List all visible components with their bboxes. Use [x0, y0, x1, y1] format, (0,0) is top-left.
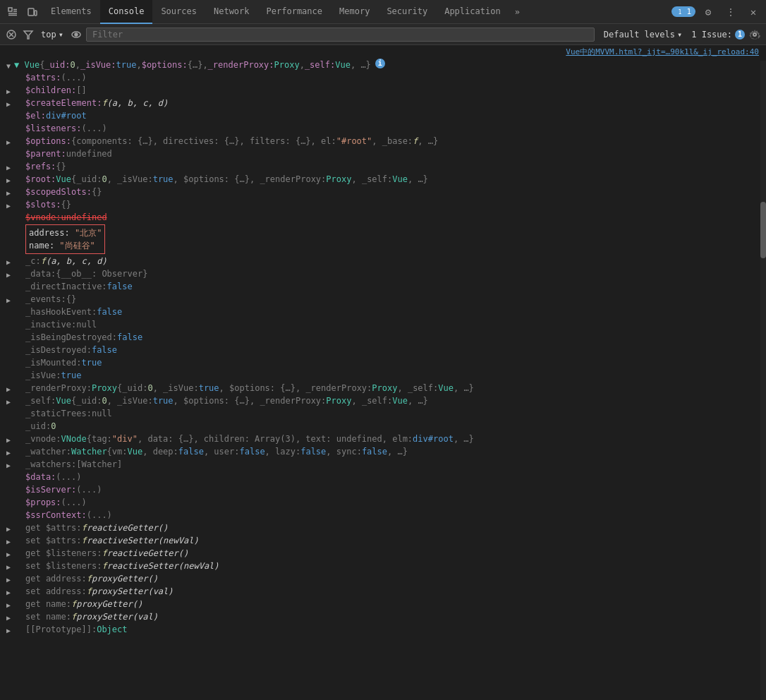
context-selector[interactable]: top ▾: [38, 28, 66, 41]
dropdown-arrow-icon: ▾: [59, 30, 63, 40]
svg-rect-0: [8, 8, 12, 11]
prop-get-attrs[interactable]: get $attrs: f reactiveGetter(): [0, 521, 766, 534]
issue-count-badge: 1: [735, 30, 745, 40]
filter-input[interactable]: [86, 28, 595, 42]
prop-get-listeners[interactable]: get $listeners: f reactiveGetter(): [0, 547, 766, 560]
console-output: ▼ Vue { _uid: 0 , _isVue: true , $option…: [0, 59, 766, 698]
prop-options[interactable]: $options: {components: {…}, directives: …: [0, 135, 766, 147]
eye-icon[interactable]: [69, 28, 83, 42]
highlight-box: address: "北京" name: "尚硅谷": [25, 224, 105, 254]
notification-badge[interactable]: 1 1: [671, 6, 695, 17]
file-link[interactable]: Vue中的MVVM.html?_ijt=…90k1l&_ij_reload:40: [566, 47, 759, 57]
tab-console[interactable]: Console: [100, 0, 153, 24]
prop-hashookevent: _hasHookEvent: false: [0, 306, 766, 318]
close-icon[interactable]: ✕: [743, 2, 763, 22]
inspect-icon[interactable]: [3, 2, 23, 22]
prop-slots[interactable]: $slots: {}: [0, 198, 766, 211]
prop-watchers[interactable]: _watchers: [Watcher]: [0, 458, 766, 471]
svg-text:1: 1: [679, 9, 682, 16]
scrollbar-track: [760, 61, 766, 700]
filter-icon[interactable]: [21, 28, 35, 42]
prop-ismounted: _isMounted: true: [0, 356, 766, 369]
prop-statictrees: _staticTrees: null: [0, 407, 766, 420]
tab-memory[interactable]: Memory: [331, 0, 378, 24]
svg-rect-5: [28, 8, 34, 16]
prop-scopedslots[interactable]: $scopedSlots: {}: [0, 186, 766, 198]
prop-vnode: $vnode: undefined: [0, 211, 766, 224]
prop-props-getter: $props: (...): [0, 496, 766, 509]
prop-get-name[interactable]: get name: f proxyGetter(): [0, 598, 766, 610]
prop-set-listeners[interactable]: set $listeners: f reactiveSetter(newVal): [0, 560, 766, 572]
prop-root[interactable]: $root: Vue {_uid: 0 , _isVue: true , $op…: [0, 173, 766, 186]
prop-renderproxy[interactable]: _renderProxy: Proxy {_uid: 0 , _isVue: t…: [0, 382, 766, 394]
prop-directinactive: _directInactive: false: [0, 280, 766, 293]
svg-marker-12: [24, 31, 32, 39]
prop-isserver: $isServer: (...): [0, 483, 766, 496]
clear-console-icon[interactable]: [4, 28, 18, 42]
prop-set-name[interactable]: set name: f proxySetter(val): [0, 610, 766, 623]
file-link-bar: Vue中的MVVM.html?_ijt=…90k1l&_ij_reload:40: [0, 45, 766, 59]
levels-dropdown[interactable]: Default levels ▾: [597, 28, 688, 42]
prop-prototype[interactable]: [[Prototype]]: Object: [0, 623, 766, 636]
prop-inactive: _inactive: null: [0, 318, 766, 331]
tab-sources[interactable]: Sources: [152, 0, 205, 24]
prop-ssrcontext: $ssrContext: (...): [0, 509, 766, 521]
prop-listeners: $listeners: (...): [0, 122, 766, 135]
info-icon[interactable]: i: [375, 59, 385, 68]
prop-watcher[interactable]: _watcher: Watcher {vm: Vue , deep: false…: [0, 445, 766, 458]
prop-data-getter: $data: (...): [0, 471, 766, 483]
settings-icon[interactable]: ⚙: [698, 2, 718, 22]
console-settings-icon[interactable]: [748, 28, 762, 42]
devtools-right-icons: 1 1 ⚙ ⋮ ✕: [671, 2, 763, 22]
prop-children[interactable]: $children: []: [0, 84, 766, 97]
prop-uid: _uid: 0: [0, 420, 766, 433]
prop-attrs: $attrs: (...): [0, 71, 766, 84]
svg-point-14: [75, 33, 78, 36]
tab-application[interactable]: Application: [436, 0, 509, 24]
prop-parent: $parent: undefined: [0, 147, 766, 160]
prop-get-address[interactable]: get address: f proxyGetter(): [0, 572, 766, 585]
tab-performance[interactable]: Performance: [258, 0, 331, 24]
tabs-more-button[interactable]: »: [509, 7, 525, 17]
highlighted-address-name: address: "北京" name: "尚硅谷": [0, 224, 766, 255]
scrollbar-thumb[interactable]: [760, 202, 766, 258]
issues-button[interactable]: 1 Issue: 1: [691, 30, 745, 40]
prop-isbeingdestroyed: _isBeingDestroyed: false: [0, 331, 766, 344]
more-options-icon[interactable]: ⋮: [721, 2, 741, 22]
vue-object-line[interactable]: ▼ Vue { _uid: 0 , _isVue: true , $option…: [0, 59, 766, 71]
prop-set-attrs[interactable]: set $attrs: f reactiveSetter(newVal): [0, 534, 766, 547]
console-toolbar: top ▾ Default levels ▾ 1 Issue: 1: [0, 24, 766, 45]
tab-network[interactable]: Network: [205, 0, 258, 24]
prop-self[interactable]: _self: Vue {_uid: 0 , _isVue: true , $op…: [0, 394, 766, 407]
tab-security[interactable]: Security: [378, 0, 436, 24]
prop-el: $el: div#root: [0, 109, 766, 122]
prop-isdestroyed: _isDestroyed: false: [0, 344, 766, 356]
devtools-tab-bar: Elements Console Sources Network Perform…: [0, 0, 766, 24]
svg-rect-6: [35, 11, 37, 16]
prop-events[interactable]: _events: {}: [0, 293, 766, 306]
prop-set-address[interactable]: set address: f proxySetter(val): [0, 585, 766, 598]
prop-c[interactable]: _c: f (a, b, c, d): [0, 255, 766, 267]
expand-arrow[interactable]: [4, 624, 13, 637]
prop-data[interactable]: _data: {__ob__: Observer}: [0, 267, 766, 280]
levels-arrow-icon: ▾: [677, 30, 682, 40]
prop-refs[interactable]: $refs: {}: [0, 160, 766, 173]
prop-createelement[interactable]: $createElement: f (a, b, c, d): [0, 97, 766, 109]
prop-isvue: _isVue: true: [0, 369, 766, 382]
tab-elements[interactable]: Elements: [42, 0, 100, 24]
device-toggle-icon[interactable]: [23, 2, 42, 22]
prop-vnode[interactable]: _vnode: VNode {tag: "div" , data: {…}, c…: [0, 433, 766, 445]
